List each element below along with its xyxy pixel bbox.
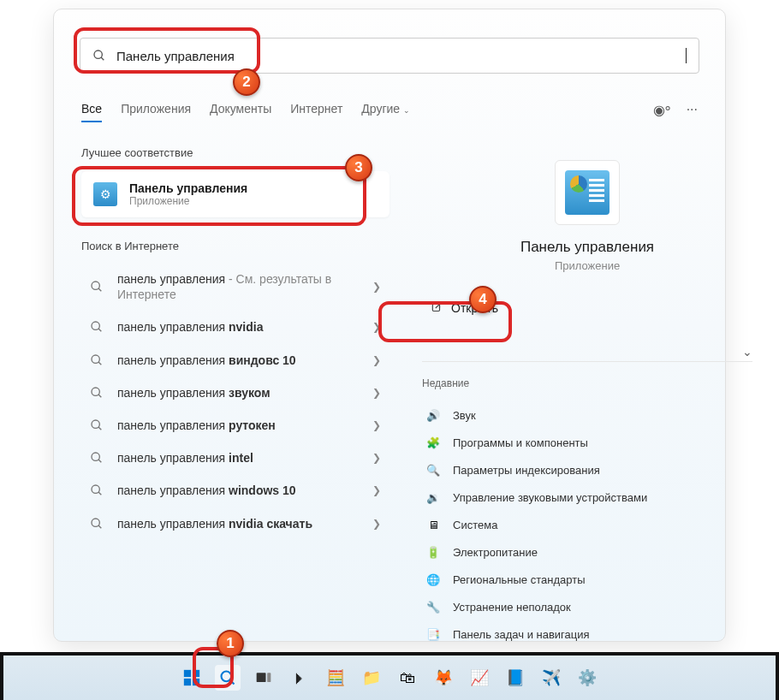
account-icon[interactable]: ◉ᵒ — [653, 102, 671, 118]
svg-point-14 — [92, 485, 99, 493]
open-icon — [431, 302, 443, 314]
recent-item[interactable]: 🔧Устранение неполадок — [422, 593, 752, 620]
search-box[interactable] — [80, 38, 699, 74]
taskview-button[interactable] — [251, 665, 277, 691]
recent-item-icon: 🔧 — [425, 599, 441, 614]
start-button[interactable] — [179, 665, 205, 691]
svg-point-10 — [92, 420, 99, 428]
app-icon-2[interactable]: 📘 — [502, 665, 528, 691]
svg-rect-21 — [184, 679, 191, 685]
svg-line-17 — [98, 525, 101, 528]
svg-line-3 — [98, 288, 101, 291]
recent-item-icon: 🧩 — [425, 435, 441, 450]
chevron-right-icon: ❯ — [372, 518, 381, 530]
recent-item-icon: 🔋 — [425, 544, 441, 560]
svg-line-9 — [98, 394, 101, 397]
app-large-icon — [555, 160, 620, 225]
search-icon — [90, 386, 104, 400]
store-icon[interactable]: 🛍 — [395, 665, 420, 691]
recent-item-label: Панель задач и навигация — [453, 628, 590, 641]
web-item-text: панель управления звуком — [117, 385, 359, 400]
svg-point-2 — [92, 282, 99, 289]
recent-section: Недавние 🔊Звук🧩Программы и компоненты🔍Па… — [422, 361, 752, 648]
recent-item-icon: 📑 — [425, 626, 441, 642]
annotation-badge: 2 — [233, 68, 260, 96]
recent-item-label: Параметры индексирования — [453, 464, 600, 477]
firefox-icon[interactable]: 🦊 — [431, 665, 456, 691]
tab-web[interactable]: Интернет — [290, 102, 342, 122]
svg-line-7 — [98, 362, 101, 365]
svg-point-23 — [222, 672, 232, 682]
svg-line-24 — [230, 680, 235, 685]
web-search-item[interactable]: панель управления nvidia скачать❯ — [81, 507, 390, 540]
taskbar-search-button[interactable] — [215, 665, 241, 691]
recent-item[interactable]: 🖥Система — [422, 511, 752, 538]
recent-item[interactable]: 📑Панель задач и навигация — [422, 620, 752, 648]
more-icon[interactable]: ··· — [687, 102, 698, 118]
svg-point-6 — [92, 355, 99, 363]
recent-item[interactable]: 🔋Электропитание — [422, 538, 752, 566]
control-panel-icon: ⚙ — [93, 182, 117, 206]
svg-point-8 — [92, 388, 99, 395]
recent-item-label: Региональные стандарты — [453, 573, 585, 586]
svg-line-5 — [98, 329, 101, 331]
chevron-right-icon: ❯ — [372, 281, 381, 293]
recent-item-label: Управление звуковыми устройствами — [453, 491, 647, 504]
recent-item-label: Электропитание — [453, 546, 538, 559]
svg-point-4 — [92, 322, 99, 329]
app-icon[interactable]: 📈 — [467, 665, 492, 691]
media-player-icon[interactable]: ⏵ — [287, 665, 312, 691]
settings-icon[interactable]: ⚙️ — [574, 665, 600, 691]
calculator-icon[interactable]: 🧮 — [323, 665, 348, 691]
best-match-subtitle: Приложение — [129, 195, 247, 207]
web-search-item[interactable]: панель управления nvidia❯ — [81, 311, 390, 343]
annotation-badge: 3 — [345, 154, 372, 181]
recent-item[interactable]: 🔍Параметры индексирования — [422, 456, 752, 483]
explorer-icon[interactable]: 📁 — [359, 665, 384, 691]
web-search-item[interactable]: панель управления windows 10❯ — [81, 474, 390, 507]
search-icon — [90, 353, 104, 367]
svg-rect-20 — [193, 670, 199, 677]
search-icon — [90, 320, 104, 334]
web-item-text: панель управления виндовс 10 — [117, 353, 359, 368]
annotation-badge: 4 — [469, 286, 497, 313]
web-search-item[interactable]: панель управления виндовс 10❯ — [81, 344, 390, 377]
recent-item[interactable]: 🌐Региональные стандарты — [422, 566, 752, 593]
tab-more[interactable]: Другие ⌄ — [361, 102, 410, 122]
expand-chevron-icon[interactable]: ⌄ — [742, 345, 752, 359]
recent-item[interactable]: 🔊Звук — [422, 401, 752, 429]
search-input[interactable] — [116, 49, 686, 63]
search-icon — [90, 483, 104, 497]
svg-point-12 — [92, 453, 99, 460]
web-search-item[interactable]: панель управления рутокен❯ — [81, 409, 390, 442]
web-item-text: панель управления windows 10 — [117, 483, 359, 498]
web-search-item[interactable]: панель управления - См. результаты в Инт… — [81, 263, 390, 311]
svg-line-13 — [98, 460, 101, 462]
tab-all[interactable]: Все — [81, 102, 102, 122]
chevron-right-icon: ❯ — [372, 484, 381, 496]
results-left: Лучшее соответствие ⚙ Панель управления … — [81, 146, 390, 540]
taskbar: ⏵ 🧮 📁 🛍 🦊 📈 📘 ✈️ ⚙️ — [0, 652, 779, 700]
telegram-icon[interactable]: ✈️ — [538, 665, 564, 691]
best-match-item[interactable]: ⚙ Панель управления Приложение — [81, 171, 390, 217]
recent-item-label: Звук — [453, 409, 476, 422]
recent-item[interactable]: 🔉Управление звуковыми устройствами — [422, 483, 752, 511]
search-window: Все Приложения Документы Интернет Другие… — [53, 9, 726, 642]
tab-docs[interactable]: Документы — [210, 102, 271, 122]
best-match-label: Лучшее соответствие — [81, 146, 390, 159]
app-title: Панель управления — [422, 239, 752, 256]
svg-rect-19 — [184, 670, 191, 677]
svg-rect-25 — [257, 673, 266, 682]
chevron-right-icon: ❯ — [372, 354, 381, 366]
web-search-item[interactable]: панель управления intel❯ — [81, 442, 390, 474]
web-search-item[interactable]: панель управления звуком❯ — [81, 377, 390, 409]
annotation-badge: 1 — [217, 630, 244, 657]
tab-apps[interactable]: Приложения — [121, 102, 191, 122]
best-match-title: Панель управления — [129, 181, 247, 195]
recent-item[interactable]: 🧩Программы и компоненты — [422, 429, 752, 456]
svg-rect-22 — [193, 679, 199, 685]
recent-item-icon: 🌐 — [425, 572, 441, 587]
web-item-text: панель управления - См. результаты в Инт… — [117, 271, 359, 302]
chevron-right-icon: ❯ — [372, 321, 381, 333]
svg-line-11 — [98, 427, 101, 430]
